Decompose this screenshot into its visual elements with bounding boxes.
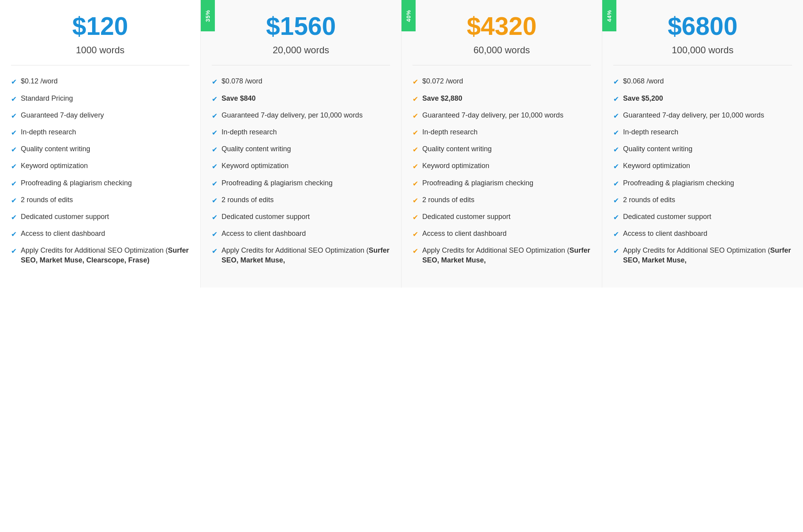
feature-item: ✔Proofreading & plagiarism checking: [11, 178, 189, 189]
feature-item: ✔$0.072 /word: [412, 76, 591, 87]
feature-item: ✔In-depth research: [412, 127, 591, 138]
feature-text: Access to client dashboard: [623, 229, 707, 239]
feature-item: ✔Quality content writing: [412, 144, 591, 155]
feature-text: Quality content writing: [21, 144, 90, 154]
checkmark-icon: ✔: [11, 213, 17, 223]
feature-text: Dedicated customer support: [623, 212, 711, 222]
checkmark-icon: ✔: [412, 213, 418, 223]
feature-text: Apply Credits for Additional SEO Optimiz…: [21, 246, 189, 265]
feature-item: ✔Access to client dashboard: [613, 229, 792, 239]
checkmark-icon: ✔: [613, 246, 619, 256]
feature-item: ✔Guaranteed 7-day delivery, per 10,000 w…: [212, 110, 390, 121]
feature-text: Keyword optimization: [222, 161, 289, 171]
checkmark-icon: ✔: [212, 246, 218, 256]
checkmark-icon: ✔: [212, 111, 218, 121]
feature-item: ✔Quality content writing: [613, 144, 792, 155]
plan-column-1: $1201000 words✔$0.12 /word✔Standard Pric…: [0, 0, 201, 288]
discount-badge: 44%: [602, 0, 616, 31]
feature-text: Keyword optimization: [21, 161, 88, 171]
feature-list: ✔$0.072 /word✔Save $2,880✔Guaranteed 7-d…: [412, 76, 591, 265]
checkmark-icon: ✔: [613, 230, 619, 239]
feature-text: In-depth research: [21, 127, 76, 137]
feature-text: Guaranteed 7-day delivery: [21, 110, 104, 120]
feature-text: Dedicated customer support: [21, 212, 109, 222]
checkmark-icon: ✔: [212, 213, 218, 223]
feature-item: ✔2 rounds of edits: [412, 195, 591, 206]
feature-item: ✔Apply Credits for Additional SEO Optimi…: [412, 246, 591, 265]
checkmark-icon: ✔: [613, 111, 619, 121]
feature-text: In-depth research: [623, 127, 678, 137]
checkmark-icon: ✔: [11, 111, 17, 121]
checkmark-icon: ✔: [412, 196, 418, 206]
checkmark-icon: ✔: [212, 162, 218, 172]
checkmark-icon: ✔: [212, 128, 218, 138]
checkmark-icon: ✔: [412, 77, 418, 87]
checkmark-icon: ✔: [11, 162, 17, 172]
feature-item: ✔Guaranteed 7-day delivery, per 10,000 w…: [412, 110, 591, 121]
feature-text: 2 rounds of edits: [222, 195, 274, 205]
feature-item: ✔Quality content writing: [212, 144, 390, 155]
feature-text: Apply Credits for Additional SEO Optimiz…: [623, 246, 792, 265]
feature-item: ✔Keyword optimization: [212, 161, 390, 172]
discount-badge: 40%: [402, 0, 416, 31]
feature-item: ✔Access to client dashboard: [212, 229, 390, 239]
plan-column-2: 35%$156020,000 words✔$0.078 /word✔Save $…: [201, 0, 402, 288]
checkmark-icon: ✔: [613, 145, 619, 155]
pricing-grid: $1201000 words✔$0.12 /word✔Standard Pric…: [0, 0, 803, 288]
discount-badge: 35%: [201, 0, 215, 31]
checkmark-icon: ✔: [11, 94, 17, 104]
feature-item: ✔Standard Pricing: [11, 94, 189, 104]
feature-text: $0.078 /word: [222, 76, 262, 86]
feature-item: ✔Apply Credits for Additional SEO Optimi…: [11, 246, 189, 265]
feature-item: ✔Dedicated customer support: [412, 212, 591, 223]
checkmark-icon: ✔: [212, 145, 218, 155]
feature-text: Quality content writing: [623, 144, 692, 154]
feature-item: ✔Proofreading & plagiarism checking: [613, 178, 792, 189]
feature-text: Guaranteed 7-day delivery, per 10,000 wo…: [623, 110, 764, 120]
feature-text: Proofreading & plagiarism checking: [21, 178, 132, 188]
feature-item: ✔$0.078 /word: [212, 76, 390, 87]
checkmark-icon: ✔: [613, 94, 619, 104]
checkmark-icon: ✔: [412, 145, 418, 155]
feature-item: ✔Dedicated customer support: [11, 212, 189, 223]
feature-item: ✔Save $2,880: [412, 94, 591, 104]
feature-text: Proofreading & plagiarism checking: [623, 178, 734, 188]
checkmark-icon: ✔: [412, 246, 418, 256]
feature-item: ✔$0.12 /word: [11, 76, 189, 87]
feature-item: ✔Keyword optimization: [11, 161, 189, 172]
feature-item: ✔$0.068 /word: [613, 76, 792, 87]
plan-price: $120: [11, 13, 189, 40]
feature-item: ✔In-depth research: [212, 127, 390, 138]
feature-text: Apply Credits for Additional SEO Optimiz…: [422, 246, 591, 265]
feature-text: Proofreading & plagiarism checking: [422, 178, 533, 188]
feature-text: Quality content writing: [222, 144, 291, 154]
checkmark-icon: ✔: [11, 145, 17, 155]
feature-list: ✔$0.12 /word✔Standard Pricing✔Guaranteed…: [11, 76, 189, 265]
feature-item: ✔Save $840: [212, 94, 390, 104]
feature-text: 2 rounds of edits: [623, 195, 675, 205]
feature-item: ✔In-depth research: [11, 127, 189, 138]
checkmark-icon: ✔: [11, 230, 17, 239]
feature-text: 2 rounds of edits: [21, 195, 73, 205]
checkmark-icon: ✔: [613, 196, 619, 206]
feature-item: ✔Dedicated customer support: [212, 212, 390, 223]
checkmark-icon: ✔: [212, 77, 218, 87]
feature-item: ✔Apply Credits for Additional SEO Optimi…: [212, 246, 390, 265]
feature-text: Guaranteed 7-day delivery, per 10,000 wo…: [222, 110, 363, 120]
feature-text: Dedicated customer support: [422, 212, 511, 222]
feature-text: In-depth research: [422, 127, 478, 137]
checkmark-icon: ✔: [11, 77, 17, 87]
checkmark-icon: ✔: [412, 230, 418, 239]
checkmark-icon: ✔: [412, 111, 418, 121]
feature-item: ✔Quality content writing: [11, 144, 189, 155]
feature-text: In-depth research: [222, 127, 277, 137]
checkmark-icon: ✔: [11, 179, 17, 189]
feature-text: Dedicated customer support: [222, 212, 310, 222]
feature-text: 2 rounds of edits: [422, 195, 474, 205]
feature-text: Access to client dashboard: [422, 229, 507, 239]
feature-text: Access to client dashboard: [222, 229, 306, 239]
feature-item: ✔Dedicated customer support: [613, 212, 792, 223]
feature-list: ✔$0.078 /word✔Save $840✔Guaranteed 7-day…: [212, 76, 390, 265]
feature-item: ✔2 rounds of edits: [212, 195, 390, 206]
feature-item: ✔Save $5,200: [613, 94, 792, 104]
